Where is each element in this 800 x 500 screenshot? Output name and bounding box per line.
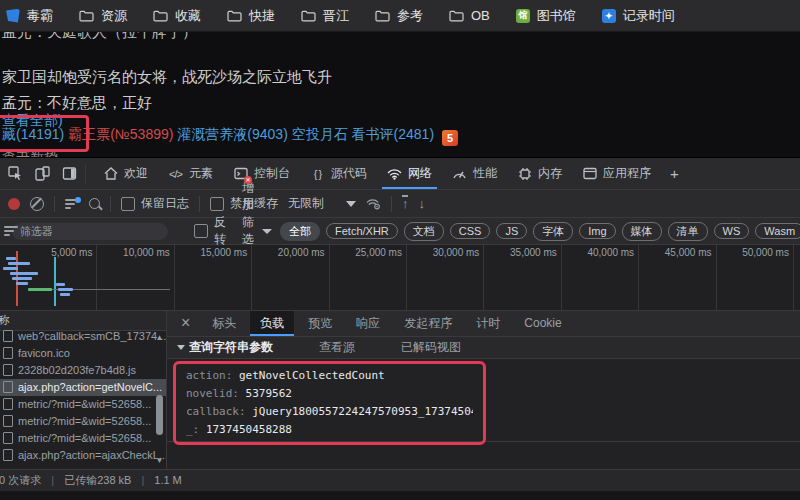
- filter-toggle-icon[interactable]: [65, 199, 79, 209]
- bookmark-folder-ziyuan[interactable]: 资源: [79, 7, 127, 25]
- reviews-link[interactable]: 看书评(2481): [352, 126, 434, 142]
- bookmark-label: 毒霸: [27, 7, 53, 25]
- request-row[interactable]: favicon.ico: [0, 345, 166, 362]
- folder-icon: [153, 8, 168, 23]
- nutrient-link[interactable]: 灌溉营养液(9403): [177, 126, 287, 142]
- tab-memory[interactable]: 内存: [508, 158, 571, 189]
- bookmark-time-tracker[interactable]: ✦ 记录时间: [602, 7, 675, 25]
- param-row: callback: jQuery1800557224247570953_1737…: [186, 403, 473, 421]
- bookmark-folder-kuaijie[interactable]: 快捷: [227, 7, 275, 25]
- bookmark-duba[interactable]: 毒霸: [6, 7, 53, 25]
- invert-checkbox[interactable]: 反转: [194, 214, 226, 248]
- request-row[interactable]: web?callback=smCB_17374...: [0, 328, 166, 345]
- tab-sources[interactable]: { } 源代码: [301, 158, 376, 189]
- import-har-icon[interactable]: ↑: [402, 197, 409, 210]
- tab-label: 应用程序: [603, 165, 651, 182]
- bookmark-folder-cankao[interactable]: 参考: [375, 7, 423, 25]
- request-row[interactable]: ajax.php?action=ajaxCheckL...: [0, 447, 166, 464]
- param-key: novelid:: [186, 387, 239, 400]
- tab-elements[interactable]: </> 元素: [159, 158, 222, 189]
- view-source-link[interactable]: 查看源: [319, 339, 355, 356]
- network-overview-timeline[interactable]: 5,000 ms 10,000 ms 15,000 ms 20,000 ms 2…: [0, 245, 800, 311]
- pill-js[interactable]: JS: [496, 223, 527, 239]
- tab-console[interactable]: ✕ 控制台: [224, 158, 299, 189]
- close-icon[interactable]: ×: [173, 315, 198, 331]
- king-ticket-link[interactable]: 霸王票(№53899): [68, 126, 173, 142]
- pill-ws[interactable]: WS: [714, 223, 750, 239]
- pill-css[interactable]: CSS: [450, 223, 491, 239]
- inspect-element-icon[interactable]: [8, 166, 23, 181]
- bookmark-folder-jinjiang[interactable]: 晋江: [301, 7, 349, 25]
- bookmark-folder-ob[interactable]: OB: [449, 8, 490, 23]
- moonstone-link[interactable]: 空投月石: [292, 126, 348, 142]
- tab-network[interactable]: 网络: [378, 158, 441, 189]
- network-main-area: 名称 web?callback=smCB_17374... favicon.ic…: [0, 311, 800, 469]
- tab-label: 源代码: [331, 165, 367, 182]
- file-icon: [3, 364, 13, 376]
- decoded-view-link[interactable]: 已解码视图: [401, 339, 461, 356]
- collect-count-link[interactable]: 藏(14191): [2, 126, 64, 142]
- device-toolbar-icon[interactable]: [35, 166, 50, 181]
- request-row-selected[interactable]: ajax.php?action=getNovelC...: [0, 379, 166, 396]
- elements-icon: </>: [168, 166, 183, 181]
- search-icon[interactable]: [89, 198, 100, 209]
- request-details-panel: × 标头 负载 预览 响应 发起程序 计时 Cookie 查询字符串参数 查看源…: [167, 311, 800, 469]
- timeline-tick: 35,000 ms: [484, 245, 561, 310]
- export-har-icon[interactable]: ↓: [419, 197, 426, 210]
- filter-input[interactable]: [12, 223, 168, 240]
- share-icon[interactable]: 5: [442, 130, 458, 146]
- request-row[interactable]: 2328b02d203fe7b4d8.js: [0, 362, 166, 379]
- pill-img[interactable]: Img: [579, 223, 615, 239]
- pill-media[interactable]: 媒体: [622, 222, 662, 241]
- webpage-content: 孟元：天庭歌人（拉个牌子） 家卫国却饱受污名的女将，战死沙场之际立地飞升 孟元：…: [0, 32, 800, 158]
- preserve-log-checkbox[interactable]: 保留日志: [121, 195, 189, 212]
- pill-all[interactable]: 全部: [280, 222, 320, 241]
- pill-manifest[interactable]: 清单: [668, 222, 708, 241]
- section-title[interactable]: 查询字符串参数: [177, 339, 273, 356]
- plus-icon: +: [670, 165, 679, 182]
- bookmark-library[interactable]: 馆 图书馆: [516, 7, 576, 25]
- request-row[interactable]: metric/?mid=&wid=52658...: [0, 413, 166, 430]
- novel-intro-text: 家卫国却饱受污名的女将，战死沙场之际立地飞升: [2, 68, 332, 87]
- tab-headers[interactable]: 标头: [202, 311, 246, 336]
- tab-payload[interactable]: 负载: [250, 311, 294, 336]
- pill-wasm[interactable]: Wasm: [755, 223, 800, 239]
- library-icon: 馆: [516, 9, 530, 23]
- details-tabbar: × 标头 负载 预览 响应 发起程序 计时 Cookie: [167, 311, 800, 337]
- param-key: callback:: [186, 405, 246, 418]
- console-icon: ✕: [233, 166, 248, 181]
- scrollbar-thumb[interactable]: [156, 395, 163, 435]
- request-row[interactable]: metric/?mid=&wid=52658...: [0, 430, 166, 447]
- tab-performance[interactable]: 性能: [443, 158, 506, 189]
- tab-preview[interactable]: 预览: [298, 311, 342, 336]
- tab-label: 性能: [473, 165, 497, 182]
- param-value: 5379562: [246, 387, 292, 400]
- dock-side-icon[interactable]: [62, 166, 77, 181]
- request-rows: web?callback=smCB_17374... favicon.ico 2…: [0, 328, 166, 464]
- bookmark-label: 晋江: [323, 7, 349, 25]
- request-row[interactable]: metric/?mid=&wid=52658...: [0, 396, 166, 413]
- throttling-select[interactable]: 无限制: [288, 195, 356, 212]
- record-button[interactable]: [8, 198, 20, 210]
- bookmark-folder-shoucang[interactable]: 收藏: [153, 7, 201, 25]
- clear-icon[interactable]: [30, 197, 44, 211]
- scroll-up-arrow[interactable]: ▲: [155, 333, 164, 342]
- tab-cookie[interactable]: Cookie: [514, 311, 571, 336]
- tab-welcome[interactable]: 欢迎: [94, 158, 157, 189]
- pill-font[interactable]: 字体: [533, 222, 573, 241]
- pill-doc[interactable]: 文档: [404, 222, 444, 241]
- network-conditions-icon[interactable]: [366, 196, 381, 211]
- devtools-toolbar-icons: [6, 164, 86, 184]
- request-name: ajax.php?action=getNovelC...: [18, 381, 162, 393]
- tab-response[interactable]: 响应: [346, 311, 390, 336]
- tab-timing[interactable]: 计时: [466, 311, 510, 336]
- tab-label: 元素: [189, 165, 213, 182]
- scroll-down-arrow[interactable]: ▼: [155, 456, 164, 465]
- pill-fetch-xhr[interactable]: Fetch/XHR: [326, 223, 398, 239]
- tab-application[interactable]: 应用程序: [573, 158, 660, 189]
- divider: |: [51, 474, 54, 486]
- name-column-header: 名称: [0, 313, 10, 328]
- tab-initiator[interactable]: 发起程序: [394, 311, 462, 336]
- home-icon: [103, 166, 118, 181]
- more-tools-button[interactable]: +: [662, 158, 687, 189]
